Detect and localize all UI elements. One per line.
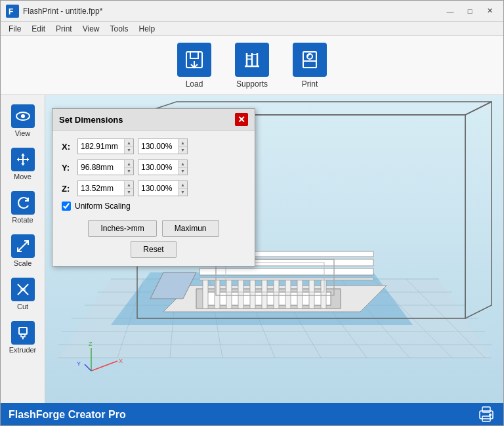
print-label: Print	[302, 79, 318, 89]
x-value-down[interactable]: ▼	[125, 147, 133, 154]
x-value-field[interactable]	[78, 139, 124, 154]
dialog-bottom-buttons: Reset	[131, 241, 176, 258]
x-percent-input[interactable]: ▲ ▼	[138, 138, 188, 154]
window-controls: — □ ✕	[442, 5, 498, 18]
dialog-buttons: Inches->mm Maximun Reset	[62, 220, 245, 258]
load-icon	[177, 43, 211, 77]
y-value-field[interactable]	[78, 160, 124, 175]
x-percent-down[interactable]: ▼	[178, 147, 187, 154]
title-bar: F FlashPrint - untitle.fpp* — □ ✕	[1, 1, 503, 22]
x-percent-field[interactable]	[138, 139, 178, 154]
y-value-input[interactable]: ▲ ▼	[77, 160, 134, 175]
y-percent-spinners: ▲ ▼	[178, 160, 187, 175]
dialog-title-text: Set Dimensions	[59, 115, 123, 125]
svg-rect-70	[482, 407, 490, 412]
x-percent-up[interactable]: ▲	[178, 139, 187, 147]
scale-icon	[11, 234, 35, 258]
y-value-down[interactable]: ▼	[125, 168, 133, 175]
scale-label: Scale	[14, 259, 32, 267]
status-text: FlashForge Creator Pro	[9, 409, 126, 421]
y-value-spinners: ▲ ▼	[124, 160, 133, 175]
z-percent-up[interactable]: ▲	[178, 181, 187, 189]
app-icon: F	[6, 5, 19, 18]
y-percent-input[interactable]: ▲ ▼	[138, 160, 188, 175]
z-value-down[interactable]: ▼	[125, 189, 133, 196]
dialog-body: X: ▲ ▼ ▲ ▼	[52, 131, 255, 266]
sidebar-cut-button[interactable]: Cut	[3, 274, 43, 314]
viewport[interactable]: X Z Y Set Dimensions ✕ X: ▲ ▼	[45, 95, 503, 403]
z-percent-input[interactable]: ▲ ▼	[138, 181, 188, 196]
sidebar-view-button[interactable]: View	[3, 100, 43, 141]
maximize-button[interactable]: □	[461, 5, 478, 18]
status-bar: FlashForge Creator Pro	[1, 403, 503, 426]
sidebar-move-button[interactable]: Move	[3, 144, 43, 184]
menu-help[interactable]: Help	[134, 23, 161, 35]
y-dimension-row: Y: ▲ ▼ ▲ ▼	[62, 160, 245, 175]
y-percent-down[interactable]: ▼	[178, 168, 187, 175]
y-label: Y:	[62, 163, 74, 173]
toolbar-print-button[interactable]: Print	[287, 40, 332, 91]
z-value-input[interactable]: ▲ ▼	[77, 181, 134, 196]
toolbar-supports-button[interactable]: Supports	[230, 40, 274, 91]
svg-rect-45	[203, 279, 208, 309]
toolbar-load-button[interactable]: Load	[172, 40, 217, 91]
svg-rect-50	[262, 279, 267, 309]
toolbar: Load Supports Prin	[1, 36, 503, 95]
z-label: Z:	[62, 184, 74, 194]
menu-edit[interactable]: Edit	[26, 23, 51, 35]
uniform-scaling-label: Uniform Scaling	[75, 202, 131, 211]
y-percent-field[interactable]	[138, 160, 178, 175]
load-label: Load	[186, 79, 203, 89]
inches-mm-button[interactable]: Inches->mm	[88, 220, 156, 237]
z-percent-field[interactable]	[138, 181, 178, 196]
svg-rect-18	[19, 328, 27, 334]
svg-rect-54	[309, 279, 314, 309]
x-percent-spinners: ▲ ▼	[178, 139, 187, 154]
svg-rect-48	[238, 279, 243, 309]
svg-rect-17	[20, 288, 26, 291]
z-percent-spinners: ▲ ▼	[178, 181, 187, 196]
menu-print[interactable]: Print	[51, 23, 77, 35]
close-button[interactable]: ✕	[481, 5, 498, 18]
uniform-scaling-row: Uniform Scaling	[62, 202, 245, 211]
maximum-button[interactable]: Maximun	[162, 220, 219, 237]
y-value-up[interactable]: ▲	[125, 160, 133, 168]
svg-rect-55	[321, 279, 326, 309]
z-percent-down[interactable]: ▼	[178, 189, 187, 196]
printer-status-icon	[477, 406, 495, 424]
menu-bar: File Edit Print View Tools Help	[1, 22, 503, 36]
svg-rect-49	[250, 279, 255, 309]
svg-rect-47	[226, 279, 232, 309]
reset-button[interactable]: Reset	[131, 241, 176, 258]
z-value-field[interactable]	[78, 181, 124, 196]
print-icon	[293, 43, 327, 77]
move-label: Move	[14, 173, 32, 181]
sidebar-extruder-button[interactable]: Extruder	[3, 317, 43, 358]
cut-label: Cut	[17, 303, 28, 310]
x-value-input[interactable]: ▲ ▼	[77, 138, 134, 154]
z-value-up[interactable]: ▲	[125, 181, 133, 189]
y-percent-up[interactable]: ▲	[178, 160, 187, 168]
svg-text:F: F	[9, 7, 13, 16]
svg-point-13	[21, 114, 25, 118]
dialog-close-button[interactable]: ✕	[235, 113, 248, 126]
x-value-up[interactable]: ▲	[125, 139, 133, 147]
minimize-button[interactable]: —	[442, 5, 459, 18]
menu-tools[interactable]: Tools	[105, 23, 134, 35]
rotate-icon	[11, 191, 35, 215]
sidebar-rotate-button[interactable]: Rotate	[3, 187, 43, 228]
menu-file[interactable]: File	[3, 23, 26, 35]
sidebar-scale-button[interactable]: Scale	[3, 230, 43, 271]
uniform-scaling-checkbox[interactable]	[62, 202, 71, 211]
set-dimensions-dialog: Set Dimensions ✕ X: ▲ ▼	[52, 108, 255, 266]
supports-label: Supports	[236, 79, 268, 89]
extruder-label: Extruder	[9, 346, 37, 354]
view-label: View	[15, 129, 31, 137]
menu-view[interactable]: View	[77, 23, 105, 35]
svg-rect-51	[274, 279, 279, 309]
z-value-spinners: ▲ ▼	[124, 181, 133, 196]
x-value-spinners: ▲ ▼	[124, 139, 133, 154]
svg-text:Z: Z	[89, 341, 93, 347]
x-label: X:	[62, 142, 74, 152]
svg-text:Y: Y	[77, 360, 81, 367]
